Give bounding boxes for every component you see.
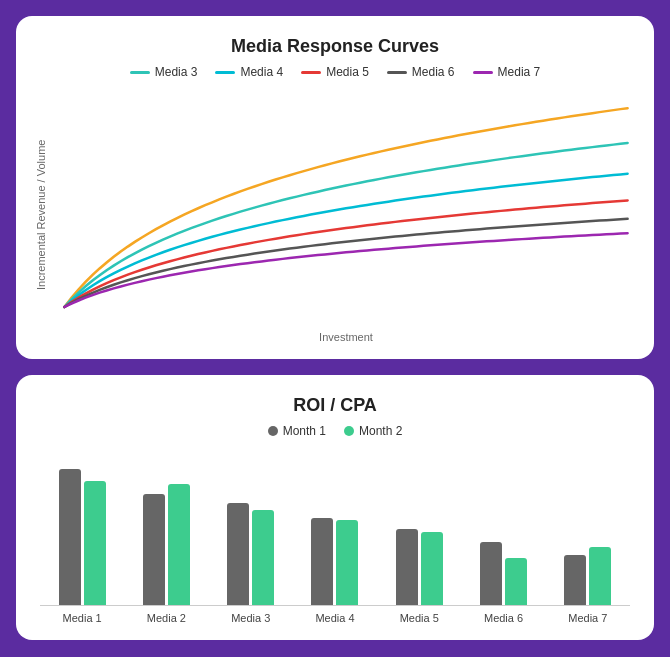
bar-month1 [227, 503, 249, 605]
bar-legend-month2: Month 2 [344, 424, 402, 438]
bar-month2 [589, 547, 611, 605]
bar-chart-area: Media 1Media 2Media 3Media 4Media 5Media… [32, 446, 638, 624]
bar-label-2: Media 3 [226, 612, 276, 624]
bar-month2 [168, 484, 190, 605]
bar-month1 [59, 469, 81, 605]
bar-label-4: Media 5 [394, 612, 444, 624]
response-curves-legend: Media 3Media 4Media 5Media 6Media 7 [32, 65, 638, 79]
bar-label-6: Media 7 [563, 612, 613, 624]
roi-cpa-legend: Month 1Month 2 [32, 424, 638, 438]
bar-label-0: Media 1 [57, 612, 107, 624]
bar-month1 [480, 542, 502, 605]
curve-chart-wrapper: Incremental Revenue / Volume Investment [32, 87, 638, 343]
bar-label-5: Media 6 [479, 612, 529, 624]
bar-month1 [143, 494, 165, 605]
bar-label-3: Media 4 [310, 612, 360, 624]
legend-item-media5: Media 5 [301, 65, 369, 79]
legend-item-media7: Media 7 [473, 65, 541, 79]
response-curves-card: Media Response Curves Media 3Media 4Medi… [16, 16, 654, 359]
bar-group-0 [59, 469, 106, 605]
roi-cpa-card: ROI / CPA Month 1Month 2 Media 1Media 2M… [16, 375, 654, 640]
legend-item-media6: Media 6 [387, 65, 455, 79]
y-axis-label: Incremental Revenue / Volume [32, 87, 50, 343]
bar-label-1: Media 2 [141, 612, 191, 624]
bar-group-4 [396, 529, 443, 605]
curve-line [64, 233, 627, 307]
bar-group-2 [227, 503, 274, 605]
bar-month1 [564, 555, 586, 605]
legend-item-media4: Media 4 [215, 65, 283, 79]
bar-group-5 [480, 542, 527, 605]
bar-group-3 [311, 518, 358, 605]
roi-cpa-title: ROI / CPA [32, 395, 638, 416]
bar-month2 [421, 532, 443, 605]
bar-month1 [311, 518, 333, 605]
bar-month2 [84, 481, 106, 605]
curve-chart-area: Investment [54, 87, 638, 343]
response-curves-title: Media Response Curves [32, 36, 638, 57]
curve-line [64, 174, 627, 307]
bar-month2 [252, 510, 274, 605]
bar-month2 [505, 558, 527, 605]
curve-svg [54, 87, 638, 327]
x-axis-label: Investment [54, 331, 638, 343]
curve-line [64, 200, 627, 307]
bar-legend-month1: Month 1 [268, 424, 326, 438]
bar-group-6 [564, 547, 611, 605]
bar-groups [40, 446, 630, 606]
legend-item-media3: Media 3 [130, 65, 198, 79]
bar-labels: Media 1Media 2Media 3Media 4Media 5Media… [40, 612, 630, 624]
bar-month1 [396, 529, 418, 605]
bar-group-1 [143, 484, 190, 605]
bar-month2 [336, 520, 358, 605]
